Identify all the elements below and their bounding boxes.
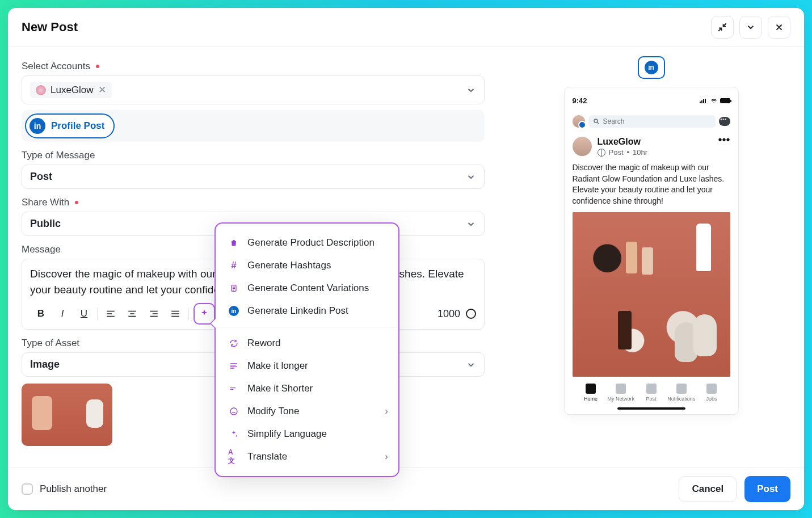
chevron-right-icon: › <box>385 406 388 417</box>
linkedin-icon: in <box>645 61 658 74</box>
type-of-message-select[interactable]: Post <box>22 165 485 189</box>
chevron-down-icon <box>466 85 476 95</box>
share-with-value: Public <box>30 218 61 230</box>
required-dot <box>96 65 99 68</box>
preview-post-image <box>573 212 730 377</box>
post-destination-row: in Profile Post <box>22 110 485 142</box>
modal-footer: Publish another Cancel Post <box>8 468 804 510</box>
bold-button[interactable]: B <box>30 303 52 325</box>
preview-post: LuxeGlow Post • 10hr ••• Discover the ma… <box>573 137 730 410</box>
bag-icon <box>228 237 239 249</box>
svg-point-0 <box>594 119 598 123</box>
header-actions <box>711 16 790 39</box>
collapse-button[interactable] <box>739 16 762 39</box>
post-button[interactable]: Post <box>744 476 790 502</box>
profile-post-pill[interactable]: in Profile Post <box>25 113 115 138</box>
underline-button[interactable]: U <box>73 303 95 325</box>
plus-icon <box>646 384 657 394</box>
briefcase-icon <box>706 384 717 394</box>
ai-item-make-longer[interactable]: Make it longer <box>216 355 398 377</box>
share-with-label: Share With <box>22 197 485 208</box>
align-left-button[interactable] <box>100 303 121 325</box>
account-avatar <box>36 85 46 95</box>
modal-body: Select Accounts LuxeGlow ✕ in Profil <box>8 47 804 468</box>
counter-circle-icon <box>466 309 476 319</box>
close-icon <box>774 22 784 32</box>
short-icon <box>228 383 239 394</box>
align-right-button[interactable] <box>143 303 165 325</box>
more-icon: ••• <box>718 137 730 142</box>
tab-jobs: Jobs <box>696 384 726 402</box>
preview-self-avatar <box>573 115 585 128</box>
ai-item-linkedin-post[interactable]: in Generate Linkedin Post <box>216 300 398 322</box>
account-chip-label: LuxeGlow <box>51 85 94 96</box>
remove-account-icon[interactable]: ✕ <box>98 84 106 96</box>
type-of-message-label: Type of Message <box>22 150 485 161</box>
status-bar: 9:42 <box>573 96 730 105</box>
cancel-button[interactable]: Cancel <box>679 476 737 502</box>
ai-item-content-variations[interactable]: Generate Content Variations <box>216 277 398 300</box>
char-counter: 1000 <box>437 308 476 320</box>
preview-panel: in 9:42 Search <box>498 47 804 468</box>
linkedin-icon: in <box>30 118 45 134</box>
chevron-down-icon <box>466 172 476 182</box>
required-dot <box>75 201 78 204</box>
ai-item-translate[interactable]: A文 Translate › <box>216 445 398 468</box>
ai-item-reword[interactable]: Reword <box>216 332 398 355</box>
tab-network: My Network <box>606 384 636 402</box>
phone-preview: 9:42 Search <box>564 87 739 415</box>
modal-header: New Post <box>8 8 804 47</box>
italic-button[interactable]: I <box>52 303 73 325</box>
clipboard-icon <box>228 283 239 294</box>
hash-icon: # <box>228 260 239 271</box>
smile-icon <box>228 406 239 417</box>
type-of-message-value: Post <box>30 171 52 183</box>
asset-thumbnail[interactable] <box>22 384 112 446</box>
select-accounts-label: Select Accounts <box>22 61 485 72</box>
bell-icon <box>676 384 687 394</box>
svg-point-2 <box>230 408 237 415</box>
wifi-icon <box>710 98 718 104</box>
ai-item-make-shorter[interactable]: Make it Shorter <box>216 377 398 400</box>
preview-author-name: LuxeGlow <box>598 137 648 147</box>
messages-icon <box>719 117 730 126</box>
chevron-down-icon <box>466 219 476 229</box>
home-indicator <box>617 407 685 410</box>
minimize-button[interactable] <box>711 16 734 39</box>
account-chip[interactable]: LuxeGlow ✕ <box>30 82 112 98</box>
ai-item-hashtags[interactable]: # Generate Hashtags <box>216 254 398 277</box>
type-of-asset-value: Image <box>30 359 60 370</box>
sparkle-icon <box>199 309 209 319</box>
status-clock: 9:42 <box>573 96 587 105</box>
chevron-down-icon <box>466 360 476 370</box>
battery-icon <box>720 98 730 103</box>
preview-post-text: Discover the magic of makeup with our Ra… <box>573 162 730 207</box>
ai-item-simplify-language[interactable]: Simplify Language <box>216 423 398 445</box>
align-center-button[interactable] <box>121 303 143 325</box>
chevron-down-icon <box>746 22 756 32</box>
tab-home: Home <box>576 384 606 402</box>
preview-author-avatar <box>573 137 592 156</box>
platform-tab-linkedin[interactable]: in <box>638 56 665 79</box>
home-icon <box>586 384 596 394</box>
linkedin-icon: in <box>228 305 239 317</box>
chevron-right-icon: › <box>385 451 388 462</box>
tab-notifications: Notifications <box>666 384 696 402</box>
modal-title: New Post <box>22 20 78 35</box>
align-justify-button[interactable] <box>165 303 186 325</box>
close-button[interactable] <box>768 16 790 39</box>
publish-another-label: Publish another <box>40 483 107 495</box>
ai-assist-menu[interactable]: Generate Product Description # Generate … <box>214 222 399 477</box>
publish-another-checkbox[interactable] <box>22 483 33 495</box>
sparkle-icon <box>228 428 239 440</box>
ai-item-modify-tone[interactable]: Modify Tone › <box>216 400 398 423</box>
select-accounts-field[interactable]: LuxeGlow ✕ <box>22 75 485 104</box>
long-icon <box>228 360 239 372</box>
tab-post: Post <box>636 384 666 402</box>
ai-item-product-description[interactable]: Generate Product Description <box>216 231 398 254</box>
profile-post-label: Profile Post <box>51 120 104 132</box>
globe-icon <box>598 149 605 157</box>
preview-tabbar: Home My Network Post Notifications Jobs <box>573 384 730 402</box>
signal-icon <box>700 99 708 103</box>
preview-search-box: Search <box>588 115 716 128</box>
